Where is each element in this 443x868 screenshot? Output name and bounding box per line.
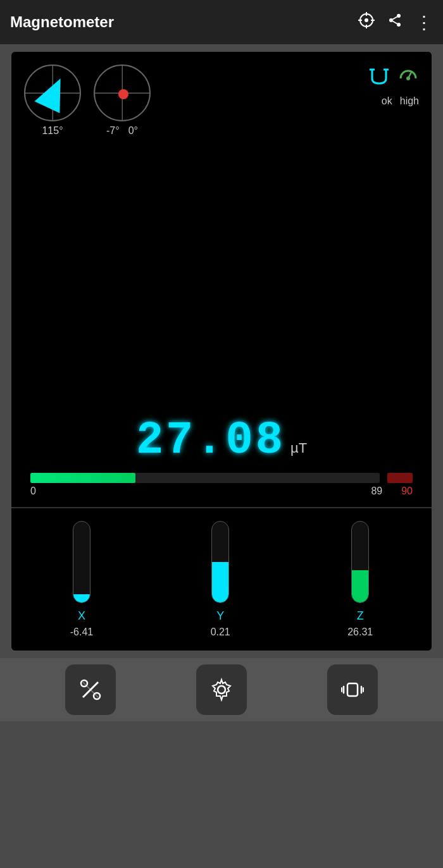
compass-circle-2 xyxy=(94,64,151,121)
progress-label-end: 89 xyxy=(371,486,382,497)
progress-area: 0 89 90 xyxy=(11,473,432,507)
z-label: Z xyxy=(357,609,364,623)
toolbar-btn-settings[interactable] xyxy=(196,664,247,715)
status-labels: ok high xyxy=(382,95,419,107)
pitch-value: -7° xyxy=(106,125,120,137)
y-bar-container xyxy=(211,521,229,603)
progress-bar-container xyxy=(30,473,413,483)
bottom-toolbar xyxy=(0,658,443,721)
xyz-y-item: Y 0.21 xyxy=(211,521,230,638)
y-value: 0.21 xyxy=(211,627,230,638)
progress-bar-red xyxy=(387,473,413,483)
status-icons xyxy=(368,64,419,90)
compass-dot-icon xyxy=(118,89,128,99)
z-bar-container xyxy=(351,521,369,603)
toolbar-btn-1[interactable] xyxy=(65,664,116,715)
z-value: 26.31 xyxy=(347,627,373,638)
azimuth-value: 115° xyxy=(42,125,63,137)
gauge-icon xyxy=(397,64,419,90)
x-bar-container xyxy=(73,521,90,603)
vibrate-icon xyxy=(340,677,365,702)
progress-labels: 0 89 90 xyxy=(30,486,413,497)
svg-point-5 xyxy=(365,18,368,22)
progress-labels-right: 89 90 xyxy=(371,486,413,497)
top-bar-icons: ⋮ xyxy=(358,12,433,33)
more-icon[interactable]: ⋮ xyxy=(415,12,433,33)
toolbar-btn-vibrate[interactable] xyxy=(327,664,378,715)
middle-area xyxy=(11,143,432,408)
x-value: -6.41 xyxy=(70,627,93,638)
y-label: Y xyxy=(216,609,224,623)
magnetic-unit: µT xyxy=(290,440,307,456)
share-icon[interactable] xyxy=(387,13,402,32)
progress-bar-track xyxy=(30,473,380,483)
compass-pitch-roll: -7° 0° xyxy=(94,64,151,137)
compass-left: 115° -7° 0° xyxy=(24,64,151,137)
digital-display: 27.08 µT xyxy=(11,408,432,473)
roll-value: 0° xyxy=(128,125,138,137)
xyz-section: X -6.41 Y 0.21 Z 26.31 xyxy=(11,507,432,651)
z-bar-fill xyxy=(352,570,368,602)
main-container: 115° -7° 0° xyxy=(11,52,432,651)
no-music-icon xyxy=(78,677,103,702)
top-bar: Magnetometer ⋮ xyxy=(0,0,443,44)
svg-line-10 xyxy=(393,17,397,20)
compass-azimuth: 115° xyxy=(24,64,81,137)
svg-point-7 xyxy=(389,18,393,22)
magnetic-value: 27.08 xyxy=(136,415,285,467)
status-ok-label: ok xyxy=(382,95,392,107)
svg-point-6 xyxy=(397,14,401,18)
status-high-label: high xyxy=(400,95,419,107)
svg-rect-19 xyxy=(347,683,358,696)
x-label: X xyxy=(78,609,85,623)
progress-bar-fill xyxy=(30,473,135,483)
x-bar-fill xyxy=(73,594,90,602)
svg-line-9 xyxy=(393,21,397,24)
svg-point-13 xyxy=(406,76,410,80)
magnet-icon xyxy=(368,64,390,90)
svg-point-18 xyxy=(218,686,225,694)
settings-icon xyxy=(209,677,234,702)
progress-label-red: 90 xyxy=(401,486,413,497)
app-title: Magnetometer xyxy=(10,13,114,31)
xyz-x-item: X -6.41 xyxy=(70,521,93,638)
svg-point-8 xyxy=(397,23,401,27)
compass-section: 115° -7° 0° xyxy=(11,52,432,143)
compass-circle-1 xyxy=(24,64,81,121)
compass-right: ok high xyxy=(368,64,419,107)
progress-label-start: 0 xyxy=(30,486,36,497)
compass-arrow-icon xyxy=(34,73,73,113)
xyz-z-item: Z 26.31 xyxy=(347,521,373,638)
y-bar-fill xyxy=(212,562,228,602)
location-icon[interactable] xyxy=(358,12,375,32)
